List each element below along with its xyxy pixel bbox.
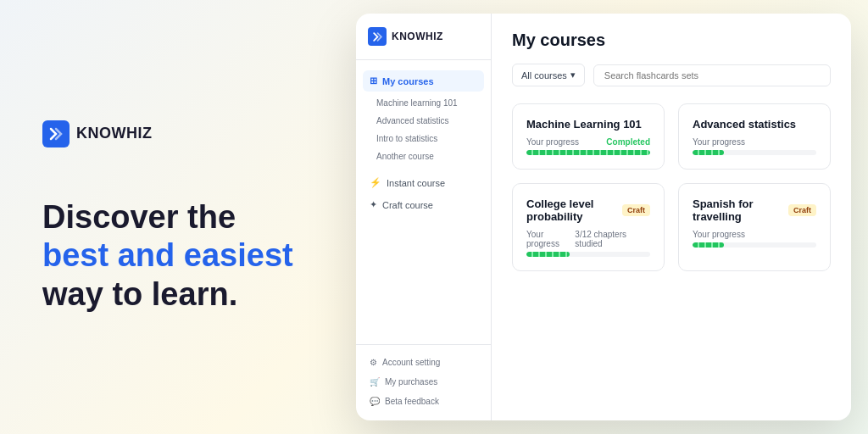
account-icon: ⚙ [370,358,377,367]
all-courses-filter[interactable]: All courses ▾ [512,64,585,86]
main-content: My courses All courses ▾ Machine Learnin… [492,14,851,420]
sidebar-logo-icon [368,27,387,46]
progress-bar-bg-adv-stats [693,150,816,155]
progress-bar-bg-ml101 [526,150,650,155]
progress-bar-fill-ml101 [526,150,650,155]
course-card-college-prob: College level probability Craft Your pro… [512,183,665,271]
filters-row: All courses ▾ [512,64,831,86]
feedback-icon: 💬 [370,397,380,406]
hero-section: KNOWHIZ Discover the best and easiest wa… [0,86,356,348]
page-title: My courses [512,31,831,50]
sidebar-subitem-another[interactable]: Another course [363,148,484,164]
course-title-college-prob: College level probability Craft [526,198,650,223]
sidebar-item-my-courses[interactable]: ⊞ My courses [363,70,484,92]
account-settings-label: Account setting [382,358,440,367]
course-title-ml101: Machine Learning 101 [526,118,650,131]
sidebar-craft-label: Craft course [382,200,433,210]
sidebar-logo-text: KNOWHIZ [392,31,443,42]
progress-label-adv-stats: Your progress [693,137,816,147]
progress-bar-fill-college-prob [526,252,570,257]
course-card-ml101: Machine Learning 101 Your progress Compl… [512,103,665,170]
sidebar-item-instant-course[interactable]: ⚡ Instant course [363,173,484,192]
course-title-adv-stats: Advanced statistics [693,118,816,131]
sidebar-my-courses-label: My courses [382,76,434,86]
sidebar-beta-feedback[interactable]: 💬 Beta feedback [363,392,484,410]
course-card-spanish-travel: Spanish for travelling Craft Your progre… [678,183,831,271]
progress-label-spanish: Your progress [693,230,816,239]
hero-logo-text: KNOWHIZ [76,125,152,142]
hero-logo: KNOWHIZ [42,120,314,147]
instant-icon: ⚡ [370,177,381,188]
sidebar-item-craft-course[interactable]: ✦ Craft course [363,195,484,214]
search-input[interactable] [593,64,831,86]
progress-bar-fill-adv-stats [693,150,724,155]
hero-title: Discover the best and easiest way to lea… [42,198,314,314]
progress-bar-bg-college-prob [526,252,650,257]
hero-title-line1: Discover the [42,199,236,235]
sidebar-nav: ⊞ My courses Machine learning 101 Advanc… [356,60,491,344]
beta-feedback-label: Beta feedback [385,397,439,406]
progress-label-ml101: Your progress Completed [526,137,650,147]
progress-status-ml101: Completed [606,137,650,147]
sidebar-header: KNOWHIZ [356,14,491,60]
progress-bar-fill-spanish [693,242,724,248]
sidebar-instant-label: Instant course [387,178,445,188]
sidebar-footer: ⚙ Account setting 🛒 My purchases 💬 Beta … [356,344,491,420]
progress-label-college-prob: Your progress 3/12 chapters studied [526,230,650,248]
craft-icon: ✦ [370,199,377,210]
purchases-icon: 🛒 [370,377,380,387]
sidebar-account-settings[interactable]: ⚙ Account setting [363,353,484,371]
hero-logo-icon [42,120,70,147]
app-window: KNOWHIZ ⊞ My courses Machine learning 10… [356,14,851,420]
craft-badge-college-prob: Craft [622,204,650,216]
sidebar-subitem-intro-stats[interactable]: Intro to statistics [363,131,484,147]
progress-bar-bg-spanish [693,242,816,248]
hero-title-highlight: best and easiest [42,237,293,273]
progress-status-college-prob: 3/12 chapters studied [575,230,650,248]
my-purchases-label: My purchases [385,377,437,387]
sidebar-my-purchases[interactable]: 🛒 My purchases [363,373,484,391]
craft-badge-spanish: Craft [788,204,816,216]
sidebar: KNOWHIZ ⊞ My courses Machine learning 10… [356,14,492,420]
hero-title-line3: way to learn. [42,276,237,312]
sidebar-nav-group: ⚡ Instant course ✦ Craft course [363,173,484,214]
courses-grid: Machine Learning 101 Your progress Compl… [512,103,831,271]
courses-icon: ⊞ [370,75,377,86]
filter-label: All courses [521,70,567,81]
sidebar-subitem-ml101[interactable]: Machine learning 101 [363,95,484,111]
sidebar-subitem-adv-stats[interactable]: Advanced statistics [363,113,484,129]
course-card-adv-stats: Advanced statistics Your progress [678,103,831,170]
course-title-spanish-travel: Spanish for travelling Craft [693,198,816,223]
chevron-down-icon: ▾ [570,70,576,81]
